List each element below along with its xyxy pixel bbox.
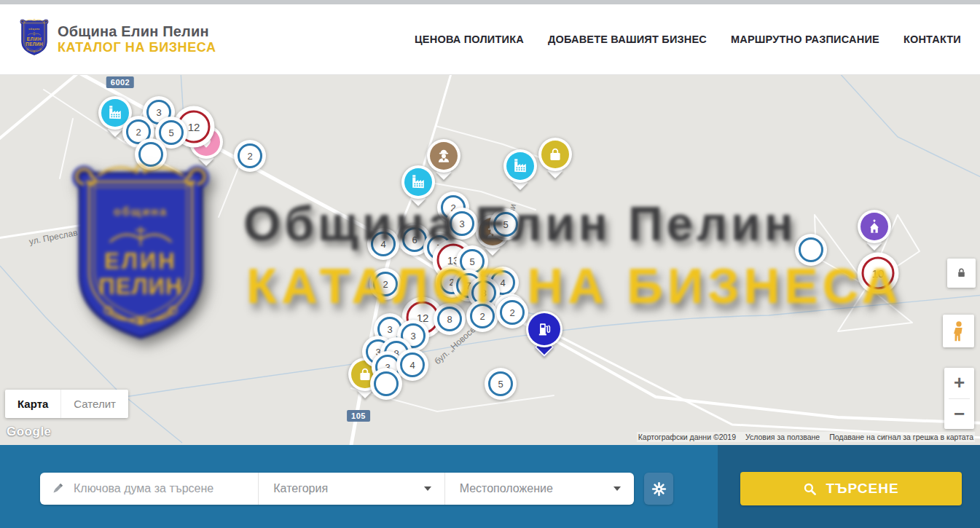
pin-disc	[401, 165, 435, 199]
main-nav: ЦЕНОВА ПОЛИТИКАДОБАВЕТЕ ВАШИЯТ БИЗНЕСМАР…	[415, 34, 961, 45]
search-bar: Категория Местоположение	[0, 445, 980, 528]
map-type-control: Карта Сателит	[5, 390, 128, 418]
cluster-count: 3	[410, 331, 415, 342]
cluster-marker[interactable]: 5	[485, 368, 517, 400]
cluster-marker[interactable]: 10	[858, 253, 899, 294]
cluster-marker[interactable]: 2	[466, 300, 498, 332]
site-subtitle: КАТАЛОГ НА БИЗНЕСА	[58, 40, 216, 55]
pegman-icon	[951, 320, 967, 342]
cluster-marker[interactable]	[370, 368, 402, 400]
zoom-in-button[interactable]: +	[944, 368, 974, 398]
pin-marker-church[interactable]	[858, 210, 891, 243]
cluster-count: 2	[479, 311, 485, 322]
pin-marker-fuel[interactable]	[526, 311, 562, 347]
cluster-marker[interactable]: 2	[234, 140, 266, 172]
pin-disc	[858, 210, 891, 243]
zoom-out-button[interactable]: −	[944, 399, 974, 430]
pin-disc	[526, 311, 562, 347]
location-select-value: Местоположение	[460, 482, 553, 495]
chevron-down-icon	[614, 486, 621, 491]
cluster-marker[interactable]: 4	[396, 349, 428, 381]
cluster-count: 10	[872, 267, 885, 280]
pencil-icon	[50, 481, 65, 496]
cluster-marker[interactable]: 5	[490, 208, 522, 240]
road-number-badge: 6002	[106, 76, 134, 88]
municipality-crest-logo: общинаЕЛИНПЕЛИН	[17, 17, 51, 61]
keyword-search-input[interactable]	[72, 481, 258, 496]
nav-item[interactable]: МАРШРУТНО РАЗПИСАНИЕ	[731, 34, 879, 45]
header: общинаЕЛИНПЕЛИН Община Елин Пелин КАТАЛО…	[0, 4, 980, 75]
gear-icon	[651, 481, 667, 497]
cluster-count: 3	[459, 218, 464, 229]
cluster-marker[interactable]: 2	[369, 268, 401, 300]
lock-icon	[955, 267, 968, 280]
cluster-marker[interactable]: 4	[367, 228, 399, 260]
cluster-count: 5	[469, 256, 474, 267]
search-icon	[803, 482, 817, 496]
cluster-count: 4	[500, 277, 505, 288]
cluster-count: 2	[383, 279, 388, 290]
factory-icon	[506, 152, 534, 180]
search-button-label: ТЪРСЕНЕ	[826, 481, 898, 497]
cluster-count: 8	[481, 288, 486, 299]
cluster-count: 3	[387, 324, 392, 335]
cluster-count: 2	[136, 127, 141, 138]
svg-text:община: община	[28, 28, 39, 31]
cluster-count: 5	[503, 219, 508, 230]
church-icon	[861, 213, 888, 240]
svg-text:ПЕЛИН: ПЕЛИН	[26, 42, 43, 47]
chevron-down-icon	[424, 486, 431, 491]
road-number-badge: 105	[347, 410, 370, 422]
map-lock-button[interactable]	[947, 259, 976, 288]
map-type-satellite-button[interactable]: Сателит	[60, 390, 128, 418]
cluster-count: 5	[168, 127, 173, 138]
cluster-count: 8	[447, 314, 452, 325]
advanced-search-button[interactable]	[644, 473, 673, 505]
site-logo[interactable]: общинаЕЛИНПЕЛИН Община Елин Пелин КАТАЛО…	[17, 17, 216, 61]
cluster-marker[interactable]: 2	[496, 296, 528, 328]
pegman-button[interactable]	[943, 315, 974, 347]
cluster-count: 4	[380, 239, 385, 250]
cluster-marker[interactable]: 3	[446, 208, 478, 240]
cluster-count: 2	[509, 307, 514, 318]
page: общинаЕЛИНПЕЛИН Община Елин Пелин КАТАЛО…	[0, 0, 980, 528]
pin-disc	[538, 138, 572, 171]
nav-item[interactable]: ДОБАВЕТЕ ВАШИЯТ БИЗНЕС	[548, 34, 707, 45]
cluster-count: 6	[412, 235, 417, 245]
attribution-link[interactable]: Подаване на сигнал за грешка в картата	[829, 433, 973, 441]
fuel-icon	[528, 313, 560, 345]
cluster-count: 3	[156, 107, 161, 118]
cluster-count: 4	[409, 360, 415, 371]
pin-marker-factory[interactable]	[503, 149, 537, 183]
pin-marker-factory[interactable]	[401, 165, 435, 199]
cluster-marker[interactable]: 8	[434, 303, 466, 335]
zoom-control: + −	[944, 368, 974, 429]
cluster-marker[interactable]	[795, 234, 827, 266]
bag-icon	[541, 141, 569, 168]
pin-marker-bag[interactable]	[538, 138, 572, 171]
map-canvas[interactable]: 6002105ул. Преславбул. „Новоселци“ции 12…	[0, 75, 980, 445]
cluster-marker[interactable]	[135, 138, 167, 170]
cluster-count: 12	[188, 121, 200, 133]
search-fields: Категория Местоположение	[40, 473, 634, 505]
attribution-text: Картографски данни ©2019	[638, 433, 736, 441]
map-type-map-button[interactable]: Карта	[5, 390, 60, 418]
nav-item[interactable]: КОНТАКТИ	[903, 34, 961, 45]
site-title: Община Елин Пелин	[58, 23, 216, 40]
nav-item[interactable]: ЦЕНОВА ПОЛИТИКА	[415, 34, 524, 45]
cluster-count: 5	[498, 379, 503, 390]
attribution-link[interactable]: Условия за ползване	[745, 433, 820, 441]
keyword-field	[40, 473, 258, 505]
cluster-count: 2	[247, 151, 252, 162]
category-select-value: Категория	[273, 482, 328, 495]
svg-text:ЕЛИН: ЕЛИН	[27, 36, 42, 42]
location-select[interactable]: Местоположение	[444, 473, 634, 505]
map-attribution: Картографски данни ©2019Условия за ползв…	[637, 432, 975, 442]
category-select[interactable]: Категория	[258, 473, 444, 505]
pin-disc	[503, 149, 537, 183]
factory-icon	[404, 168, 432, 196]
google-logo[interactable]: Google	[7, 425, 52, 439]
search-button[interactable]: ТЪРСЕНЕ	[740, 472, 962, 505]
